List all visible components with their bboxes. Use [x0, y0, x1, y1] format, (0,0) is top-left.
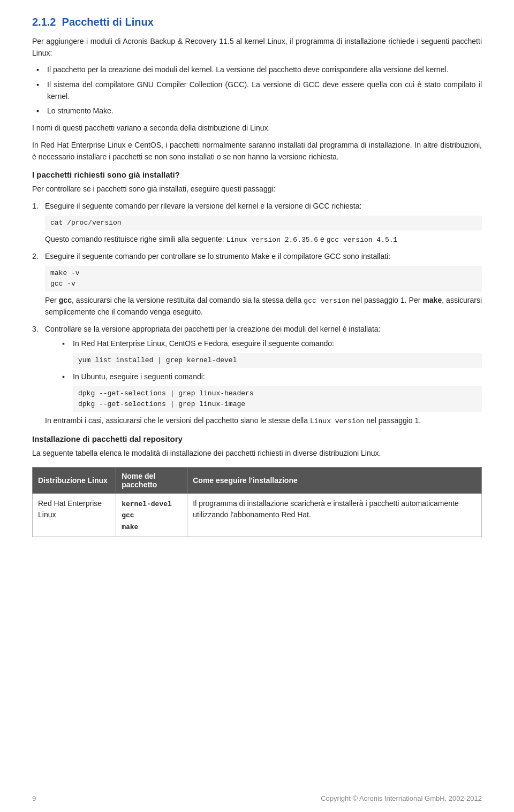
step-1: 1. Eseguire il seguente comando per rile…: [32, 201, 482, 246]
steps-list: 1. Eseguire il seguente comando per rile…: [32, 201, 482, 427]
step-1-middle: Questo comando restituisce righe simili …: [45, 235, 226, 243]
step-2-text3: nel passaggio 1. Per: [350, 296, 422, 304]
package-names-code: kernel-develgccmake: [122, 500, 172, 531]
table-header-col1: Distribuzione Linux: [33, 467, 116, 493]
step-1-code: cat /proc/version: [45, 216, 482, 231]
table-row: Red Hat Enterprise Linux kernel-develgcc…: [33, 493, 482, 537]
page-footer: 9 Copyright © Acronis International GmbH…: [0, 794, 514, 802]
page-content: 2.1.2 Pacchetti di Linux Per aggiungere …: [0, 0, 514, 580]
step-3: 3. Controllare se la versione appropriat…: [32, 324, 482, 427]
step-3-inner-2-text: In Ubuntu, eseguire i seguenti comandi:: [73, 372, 205, 381]
step-2-codeinline: gcc version: [304, 297, 350, 305]
step-3-final: nel passaggio 1.: [364, 416, 421, 425]
heading-title: Pacchetti di Linux: [62, 16, 154, 28]
step-2-para: Per gcc, assicurarsi che la versione res…: [45, 296, 482, 316]
step-1-code-inline2: gcc version 4.5.1: [327, 236, 398, 244]
step-2-bold2: make: [422, 296, 442, 304]
table-header-row: Distribuzione Linux Nome del pacchetto C…: [33, 467, 482, 493]
step-2-code: make -v gcc -v: [45, 266, 482, 292]
table-cell-package: kernel-develgccmake: [116, 493, 187, 537]
step-2-text2: , assicurarsi che la versione restituita…: [72, 296, 304, 304]
packages-table: Distribuzione Linux Nome del pacchetto C…: [32, 467, 482, 538]
step-3-num: 3.: [32, 324, 39, 335]
intro-paragraph: Per aggiungere i moduli di Acronis Backu…: [32, 36, 482, 59]
step-2-text: Eseguire il seguente comando per control…: [45, 252, 390, 261]
step-3-after: In entrambi i casi, assicurarsi che le v…: [45, 416, 310, 425]
table-header-col3: Come eseguire l'installazione: [187, 467, 482, 493]
step-3-text: Controllare se la versione appropriata d…: [45, 325, 380, 333]
step-3-inner-list: In Red Hat Enterprise Linux, CentOS e Fe…: [60, 338, 482, 412]
step-3-inner-1-code: yum list installed | grep kernel-devel: [73, 353, 482, 368]
step-3-inner-item-1: In Red Hat Enterprise Linux, CentOS e Fe…: [60, 338, 482, 368]
section2-intro: La seguente tabella elenca le modalità d…: [32, 448, 482, 459]
list-item: Il sistema del compilatore GNU Compiler …: [32, 79, 482, 102]
step-2-num: 2.: [32, 251, 39, 263]
step-2-bold1: gcc: [59, 296, 72, 304]
step-1-code-inline1: Linux version 2.6.35.6: [226, 236, 319, 244]
step-3-codeinline: Linux version: [310, 417, 364, 425]
step-1-num: 1.: [32, 201, 39, 212]
heading-number: 2.1.2: [32, 16, 56, 28]
step-2: 2. Eseguire il seguente comando per cont…: [32, 251, 482, 318]
list-item: Il pacchetto per la creazione dei moduli…: [32, 64, 482, 76]
step-1-and: e: [318, 235, 327, 243]
step-3-inner-2-code: dpkg --get-selections | grep linux-heade…: [73, 386, 482, 412]
para1: I nomi di questi pacchetti variano a sec…: [32, 122, 482, 134]
step-3-inner-item-2: In Ubuntu, eseguire i seguenti comandi: …: [60, 371, 482, 412]
requirements-list: Il pacchetto per la creazione dei moduli…: [32, 64, 482, 117]
page-number: 9: [32, 794, 36, 802]
table-header-col2: Nome del pacchetto: [116, 467, 187, 493]
para2: In Red Hat Enterprise Linux e CentOS, i …: [32, 140, 482, 163]
table-cell-install: Il programma di installazione scaricherà…: [187, 493, 482, 537]
section-heading: 2.1.2 Pacchetti di Linux: [32, 16, 482, 28]
copyright: Copyright © Acronis International GmbH, …: [321, 794, 482, 802]
list-item: Lo strumento Make.: [32, 105, 482, 117]
section2-heading: Installazione di pacchetti dal repositor…: [32, 434, 482, 443]
section1-heading: I pacchetti richiesti sono già installat…: [32, 170, 482, 179]
section1-intro: Per controllare se i pacchetti sono già …: [32, 183, 482, 195]
step-3-inner-1-text: In Red Hat Enterprise Linux, CentOS e Fe…: [73, 339, 334, 348]
step-1-text: Eseguire il seguente comando per rilevar…: [45, 202, 361, 210]
table-cell-distro: Red Hat Enterprise Linux: [33, 493, 116, 537]
